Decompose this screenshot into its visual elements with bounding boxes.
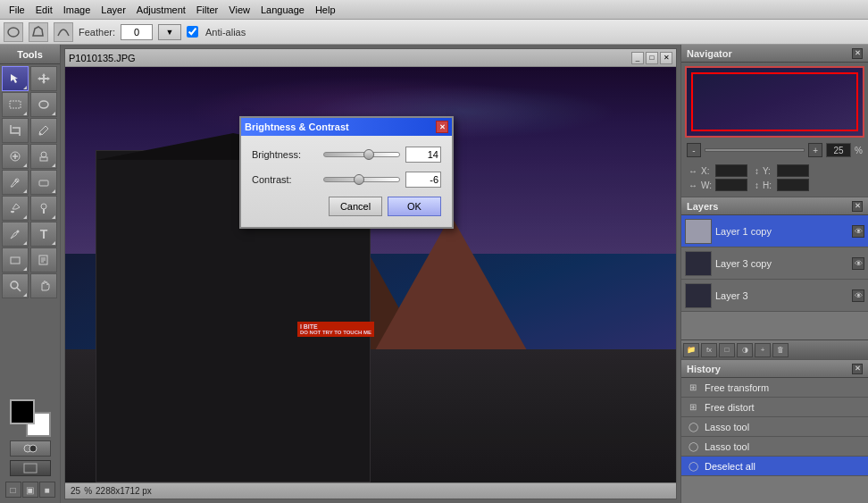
- nav-zoom-slider[interactable]: [705, 148, 805, 152]
- history-item-1[interactable]: ⊞ Free distort: [681, 398, 868, 417]
- shape-tool-btn[interactable]: [2, 247, 29, 272]
- layers-mask-btn[interactable]: □: [719, 343, 735, 357]
- layer-visibility-1[interactable]: 👁: [852, 257, 864, 270]
- brush-tool-btn[interactable]: [2, 170, 29, 195]
- nav-y-input[interactable]: [777, 164, 809, 177]
- feather-dropdown[interactable]: ▼: [158, 24, 181, 40]
- svg-rect-8: [39, 180, 48, 186]
- menu-image[interactable]: Image: [58, 3, 96, 17]
- history-item-4[interactable]: ◯ Deselect all: [681, 457, 868, 476]
- history-label-2: Lasso tool: [705, 422, 749, 432]
- menu-view[interactable]: View: [223, 3, 255, 17]
- history-item-0[interactable]: ⊞ Free transform: [681, 378, 868, 398]
- contrast-value-input[interactable]: [405, 172, 441, 188]
- pen-tool-btn[interactable]: [2, 222, 29, 247]
- layer-visibility-0[interactable]: 👁: [852, 225, 864, 238]
- layers-new-adj-btn[interactable]: ◑: [737, 343, 753, 357]
- lasso-magnetic-icon[interactable]: [54, 22, 73, 42]
- layers-new-group-btn[interactable]: 📁: [683, 343, 699, 357]
- menu-file[interactable]: File: [4, 3, 30, 17]
- dodge-burn-btn[interactable]: [30, 196, 57, 221]
- navigator-title: Navigator: [687, 48, 732, 59]
- eraser-tool-btn[interactable]: [30, 170, 57, 195]
- menu-edit[interactable]: Edit: [30, 3, 58, 17]
- ok-button[interactable]: OK: [388, 197, 441, 216]
- nav-w-row: ↔ W:: [689, 179, 747, 191]
- menu-adjustment[interactable]: Adjustment: [131, 3, 191, 17]
- move-tool-btn[interactable]: [30, 66, 57, 91]
- color-swatch-area: [10, 399, 51, 437]
- zoom-tool-btn[interactable]: [2, 273, 29, 298]
- layers-delete-btn[interactable]: 🗑: [772, 343, 789, 357]
- history-item-2[interactable]: ◯ Lasso tool: [681, 417, 868, 437]
- hand-tool-btn[interactable]: [30, 273, 57, 298]
- canvas-maximize-btn[interactable]: □: [646, 52, 658, 64]
- nav-h-input[interactable]: [777, 179, 809, 191]
- brightness-slider-thumb[interactable]: [363, 149, 374, 160]
- feather-input[interactable]: [121, 24, 153, 40]
- anti-alias-label: Anti-alias: [205, 27, 246, 38]
- lasso-standard-icon[interactable]: [4, 22, 23, 42]
- type-tool-btn[interactable]: T: [30, 222, 57, 247]
- select-tool-btn[interactable]: [2, 66, 29, 91]
- quick-mask-button[interactable]: [10, 440, 51, 457]
- tool-grid: T: [0, 64, 60, 300]
- paint-bucket-btn[interactable]: [2, 196, 29, 221]
- brightness-dialog-content: Brightness: Contrast: Cancel OK: [241, 136, 452, 227]
- history-close-btn[interactable]: ✕: [852, 364, 863, 374]
- screen-mode-1[interactable]: □: [5, 482, 21, 498]
- layer-thumb-1: [685, 251, 712, 276]
- brightness-value-input[interactable]: [405, 147, 441, 163]
- stamp-tool-btn[interactable]: [30, 144, 57, 169]
- lasso-tool-btn[interactable]: [30, 92, 57, 117]
- sign-area: I BITE DO NOT TRY TO TOUCH ME: [297, 322, 374, 337]
- lasso-poly-icon[interactable]: [29, 22, 48, 42]
- screen-mode-2[interactable]: ▣: [22, 482, 38, 498]
- nav-zoom-input[interactable]: [826, 143, 851, 157]
- contrast-slider[interactable]: [323, 177, 400, 182]
- view-mode-button[interactable]: [10, 460, 51, 476]
- nav-zoom-in-btn[interactable]: +: [808, 143, 822, 157]
- nav-zoom-out-btn[interactable]: -: [687, 143, 701, 157]
- contrast-slider-thumb[interactable]: [354, 174, 364, 185]
- screen-mode-3[interactable]: ■: [39, 482, 55, 498]
- anti-alias-checkbox[interactable]: [187, 26, 198, 38]
- notes-tool-btn[interactable]: [30, 247, 57, 272]
- menu-language[interactable]: Language: [255, 3, 310, 17]
- menu-layer[interactable]: Layer: [96, 3, 131, 17]
- brightness-slider[interactable]: [323, 152, 400, 157]
- foreground-color-swatch[interactable]: [10, 399, 35, 424]
- marquee-rect-btn[interactable]: [2, 92, 29, 117]
- cancel-button[interactable]: Cancel: [329, 197, 382, 216]
- layer-visibility-2[interactable]: 👁: [852, 289, 864, 302]
- layer-thumb-2: [685, 283, 712, 308]
- nav-w-input[interactable]: [715, 179, 747, 191]
- menu-filter[interactable]: Filter: [191, 3, 223, 17]
- svg-point-15: [29, 445, 37, 452]
- layers-new-layer-btn[interactable]: +: [755, 343, 771, 357]
- layer-item-0[interactable]: Layer 1 copy 👁: [681, 215, 868, 247]
- history-item-3[interactable]: ◯ Lasso tool: [681, 437, 868, 457]
- brightness-dialog-close-btn[interactable]: ✕: [436, 121, 448, 133]
- heal-tool-btn[interactable]: [2, 144, 29, 169]
- svg-point-2: [39, 101, 48, 108]
- navigator-content: - + % ↔ X: ↕ Y:: [681, 63, 868, 197]
- crop-tool-btn[interactable]: [2, 118, 29, 143]
- layer-name-2: Layer 3: [715, 290, 848, 301]
- canvas-minimize-btn[interactable]: _: [631, 52, 644, 64]
- navigator-close-btn[interactable]: ✕: [852, 48, 863, 59]
- canvas-close-btn[interactable]: ✕: [660, 52, 672, 64]
- layer-item-1[interactable]: Layer 3 copy 👁: [681, 247, 868, 280]
- history-panel-header: History ✕: [681, 360, 868, 378]
- layers-fx-btn[interactable]: fx: [701, 343, 717, 357]
- nav-zoom-percent-sign: %: [855, 146, 863, 155]
- menu-help[interactable]: Help: [310, 3, 341, 17]
- eyedropper-btn[interactable]: [30, 118, 57, 143]
- brightness-row: Brightness:: [252, 147, 441, 163]
- nav-x-input[interactable]: [715, 164, 747, 177]
- toolbox-bottom: □ ▣ ■: [0, 396, 60, 503]
- toolbox: Tools: [0, 45, 61, 503]
- main-layout: Tools: [0, 45, 868, 503]
- layers-close-btn[interactable]: ✕: [852, 201, 863, 212]
- layer-item-2[interactable]: Layer 3 👁: [681, 280, 868, 312]
